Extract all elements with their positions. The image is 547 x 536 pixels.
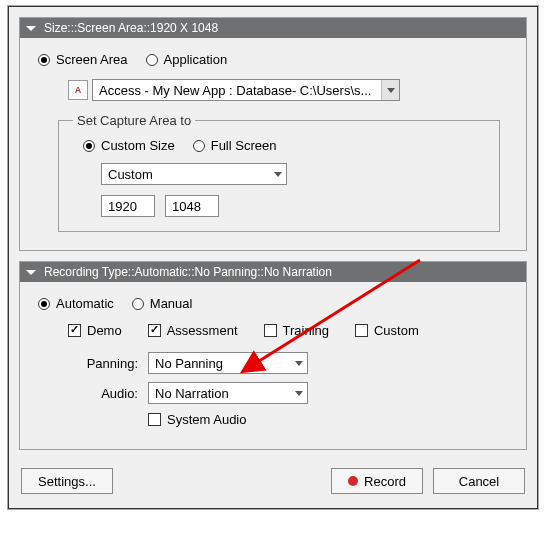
manual-label: Manual [150,296,193,311]
demo-checkbox[interactable]: Demo [68,323,122,338]
collapse-icon [26,270,36,275]
manual-radio[interactable]: Manual [132,296,193,311]
recording-panel-header[interactable]: Recording Type::Automatic::No Panning::N… [20,262,526,282]
full-screen-label: Full Screen [211,138,277,153]
recording-types-row: Demo Assessment Training Custom [68,323,508,338]
size-panel-body: Screen Area Application A Access - My Ne… [20,38,526,250]
settings-button[interactable]: Settings... [21,468,113,494]
application-radio[interactable]: Application [146,52,228,67]
chevron-down-icon [295,361,303,366]
size-preset-value: Custom [108,167,153,182]
automatic-radio[interactable]: Automatic [38,296,114,311]
recording-panel-title: Recording Type::Automatic::No Panning::N… [44,265,332,279]
size-panel-title: Size:::Screen Area::1920 X 1048 [44,21,218,35]
panning-dropdown[interactable]: No Panning [148,352,308,374]
size-panel-header[interactable]: Size:::Screen Area::1920 X 1048 [20,18,526,38]
chevron-down-icon [295,391,303,396]
training-label: Training [283,323,329,338]
custom-checkbox[interactable]: Custom [355,323,419,338]
application-dropdown[interactable]: Access - My New App : Database- C:\Users… [92,79,400,101]
capture-area-legend: Set Capture Area to [73,113,195,128]
screen-area-label: Screen Area [56,52,128,67]
system-audio-checkbox[interactable]: System Audio [148,412,247,427]
custom-size-radio[interactable]: Custom Size [83,138,175,153]
custom-size-label: Custom Size [101,138,175,153]
screen-area-radio[interactable]: Screen Area [38,52,128,67]
size-preset-dropdown[interactable]: Custom [101,163,287,185]
size-panel: Size:::Screen Area::1920 X 1048 Screen A… [19,17,527,251]
button-bar: Settings... Record Cancel [9,460,537,508]
application-dropdown-value: Access - My New App : Database- C:\Users… [99,83,371,98]
chevron-down-icon [274,172,282,177]
assessment-checkbox[interactable]: Assessment [148,323,238,338]
training-checkbox[interactable]: Training [264,323,329,338]
record-icon [348,476,358,486]
full-screen-radio[interactable]: Full Screen [193,138,277,153]
audio-dropdown[interactable]: No Narration [148,382,308,404]
collapse-icon [26,26,36,31]
audio-value: No Narration [155,386,229,401]
panning-value: No Panning [155,356,223,371]
application-label: Application [164,52,228,67]
capture-area-radios: Custom Size Full Screen [83,138,485,153]
automatic-label: Automatic [56,296,114,311]
cancel-button[interactable]: Cancel [433,468,525,494]
record-button[interactable]: Record [331,468,423,494]
demo-label: Demo [87,323,122,338]
assessment-label: Assessment [167,323,238,338]
system-audio-label: System Audio [167,412,247,427]
custom-label: Custom [374,323,419,338]
chevron-down-icon [387,88,395,93]
recording-mode-radios: Automatic Manual [38,296,508,311]
recording-panel: Recording Type::Automatic::No Panning::N… [19,261,527,450]
audio-label: Audio: [68,386,138,401]
panning-label: Panning: [68,356,138,371]
recording-dialog: Size:::Screen Area::1920 X 1048 Screen A… [8,6,538,509]
application-select-row: A Access - My New App : Database- C:\Use… [68,79,508,101]
height-input[interactable] [165,195,219,217]
capture-area-fieldset: Set Capture Area to Custom Size Full Scr… [58,113,500,232]
capture-source-radios: Screen Area Application [38,52,508,67]
access-app-icon: A [68,80,88,100]
width-input[interactable] [101,195,155,217]
recording-panel-body: Automatic Manual Demo Assessment [20,282,526,449]
